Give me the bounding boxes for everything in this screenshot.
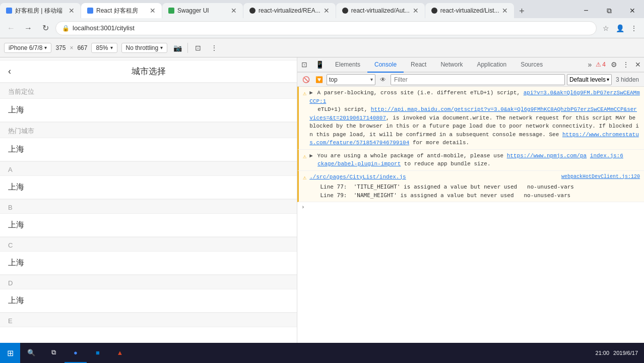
tab-sources[interactable]: Sources — [513, 57, 550, 73]
entry-content-0: ▶ A parser-blocking, cross site (i.e. di… — [309, 89, 640, 147]
tab-console[interactable]: Console — [367, 57, 404, 73]
entry-link-0-2[interactable]: http://api.map.baidu.com/getscript?v=3.0… — [309, 106, 637, 121]
city-list-container[interactable]: ‹ 城市选择 当前定位 上海 热门城市 上海 A 上海 B 上海 C 上海 — [0, 60, 297, 363]
tab-2-favicon — [87, 8, 93, 14]
devtools-close-icon[interactable]: ✕ — [632, 58, 644, 71]
throttle-selector[interactable]: No throttling ▾ — [121, 43, 168, 53]
tab-1-close[interactable]: ✕ — [69, 7, 75, 15]
devtools-settings-icon[interactable]: ⚙ — [608, 58, 620, 71]
city-item-4-0[interactable]: 上海 — [0, 252, 297, 275]
back-icon[interactable]: ‹ — [8, 66, 11, 77]
warning-icon-2: ⚠ — [303, 173, 306, 183]
taskbar-vscode[interactable]: ■ — [87, 343, 109, 363]
tab-1-favicon — [6, 8, 12, 14]
tab-elements[interactable]: Elements — [328, 57, 367, 73]
more-icon[interactable]: ⋮ — [208, 42, 220, 54]
zoom-selector[interactable]: 85% ▾ — [91, 43, 117, 53]
city-item-1-0[interactable]: 上海 — [0, 138, 297, 161]
start-button[interactable]: ⊞ — [0, 343, 20, 363]
tab-1-label: 好客租房 | 移动端 — [15, 7, 66, 15]
tab-5[interactable]: react-virtualized/Aut... ✕ — [336, 3, 425, 18]
entry-link-1-2[interactable]: index.js:6 — [590, 153, 623, 159]
devtools-panel: ⊡ 📱 Elements Console React Network Appli… — [297, 57, 644, 363]
reload-button[interactable]: ↻ — [38, 21, 52, 35]
tab-2[interactable]: React 好客租房 ✕ — [81, 3, 162, 18]
forward-button[interactable]: → — [21, 21, 35, 35]
tab-3[interactable]: Swagger UI ✕ — [162, 3, 243, 18]
tab-application[interactable]: Application — [470, 57, 513, 73]
console-entry-0: ⚠ ▶ A parser-blocking, cross site (i.e. … — [297, 87, 644, 150]
device-caret-icon: ▾ — [44, 45, 47, 50]
tab-3-favicon — [168, 8, 174, 14]
address-text: localhost:3001/citylist — [73, 24, 590, 32]
taskbar-task-view[interactable]: ⧉ — [42, 343, 65, 363]
menu-icon[interactable]: ⋮ — [628, 22, 640, 34]
expand-icon-1[interactable]: ▶ — [309, 153, 313, 159]
taskbar-search[interactable]: 🔍 — [20, 343, 42, 363]
section-label-0: 当前定位 — [0, 83, 297, 99]
context-dropdown-icon[interactable]: ▾ — [370, 77, 373, 82]
eye-icon[interactable]: 👁 — [377, 74, 389, 85]
city-item-0-0[interactable]: 上海 — [0, 99, 297, 122]
log-levels-selector[interactable]: Default levels ▾ — [567, 74, 612, 85]
tab-4-close[interactable]: ✕ — [324, 7, 330, 15]
new-tab-button[interactable]: + — [514, 4, 529, 18]
tab-1[interactable]: 好客租房 | 移动端 ✕ — [0, 3, 81, 18]
taskbar-chrome[interactable]: ● — [65, 343, 87, 363]
tab-2-close[interactable]: ✕ — [150, 7, 156, 15]
city-item-2-0[interactable]: 上海 — [0, 176, 297, 199]
responsive-icon[interactable]: ⊡ — [192, 42, 204, 54]
devtools-tabs: ⊡ 📱 Elements Console React Network Appli… — [297, 57, 644, 73]
tab-5-close[interactable]: ✕ — [413, 7, 419, 15]
devtools-inspect-icon[interactable]: ⊡ — [297, 60, 311, 69]
device-selector[interactable]: iPhone 6/7/8 ▾ — [4, 43, 51, 53]
taskbar: ⊞ 🔍 ⧉ ● ■ ▲ 21:00 2019/6/17 — [0, 343, 644, 363]
context-selector[interactable]: top ▾ — [327, 74, 375, 85]
bookmark-icon[interactable]: ☆ — [600, 22, 612, 34]
tab-6-favicon — [431, 8, 437, 14]
main-content: ‹ 城市选择 当前定位 上海 热门城市 上海 A 上海 B 上海 C 上海 — [0, 57, 644, 363]
address-bar[interactable]: 🔒 localhost:3001/citylist — [55, 21, 597, 35]
nav-icons: ☆ 👤 ⋮ — [600, 22, 640, 34]
console-output[interactable]: ⚠ ▶ A parser-blocking, cross site (i.e. … — [297, 87, 644, 363]
entry-link-1-3[interactable]: ckage/babel-plugin-import — [317, 161, 401, 167]
tab-2-label: React 好客租房 — [96, 7, 147, 15]
tab-bar: 好客租房 | 移动端 ✕ React 好客租房 ✕ Swagger UI ✕ r… — [0, 0, 644, 18]
tab-react[interactable]: React — [404, 57, 433, 73]
tab-3-close[interactable]: ✕ — [231, 7, 237, 15]
entry-content-1: ▶ You are using a whole package of antd-… — [309, 152, 640, 168]
taskbar-ppt[interactable]: ▲ — [109, 343, 131, 363]
entry-link-2-1[interactable]: ./src/pages/CityList/index.js — [309, 174, 406, 180]
tab-network[interactable]: Network — [433, 57, 470, 73]
throttle-caret-icon: ▾ — [160, 45, 163, 50]
devtools-more-icon[interactable]: ⋮ — [620, 58, 632, 71]
devtools-device-icon[interactable]: 📱 — [311, 60, 328, 69]
capture-screenshot-icon[interactable]: 📷 — [171, 42, 183, 54]
section-label-1: 热门城市 — [0, 122, 297, 138]
city-item-3-0[interactable]: 上海 — [0, 214, 297, 237]
entry-link-1-1[interactable]: https://www.npmjs.com/pa — [507, 153, 587, 159]
nav-bar: ← → ↻ 🔒 localhost:3001/citylist ☆ 👤 ⋮ — [0, 18, 644, 38]
console-input[interactable] — [307, 204, 640, 210]
tab-6-close[interactable]: ✕ — [502, 7, 508, 15]
profile-icon[interactable]: 👤 — [614, 22, 626, 34]
more-tabs-icon[interactable]: » — [588, 60, 592, 69]
error-count-icon: ⚠ — [596, 61, 601, 68]
console-toolbar: 🚫 🔽 top ▾ 👁 Default levels ▾ 3 hidden — [297, 73, 644, 87]
close-button[interactable]: ✕ — [621, 3, 644, 18]
filter-icon[interactable]: 🔽 — [313, 74, 325, 85]
back-button[interactable]: ← — [4, 21, 18, 35]
city-item-5-0[interactable]: 上海 — [0, 289, 297, 313]
clear-console-icon[interactable]: 🚫 — [300, 74, 311, 85]
filter-input[interactable] — [391, 74, 565, 85]
zoom-caret-icon: ▾ — [110, 45, 113, 50]
entry-link-0-3[interactable]: https://www.chromestatus.com/feature/571… — [309, 132, 639, 146]
tab-3-label: Swagger UI — [177, 7, 228, 14]
log-levels-label: Default levels — [569, 76, 606, 83]
entry-file-2[interactable]: webpackHotDevClient.js:120 — [561, 173, 640, 180]
tab-4[interactable]: react-virtualized/REA... ✕ — [243, 3, 336, 18]
expand-icon-0[interactable]: ▶ — [309, 90, 313, 96]
tab-6[interactable]: react-virtualized/List... ✕ — [425, 3, 514, 18]
minimize-button[interactable]: − — [574, 3, 598, 18]
restore-button[interactable]: ⧉ — [598, 3, 621, 18]
